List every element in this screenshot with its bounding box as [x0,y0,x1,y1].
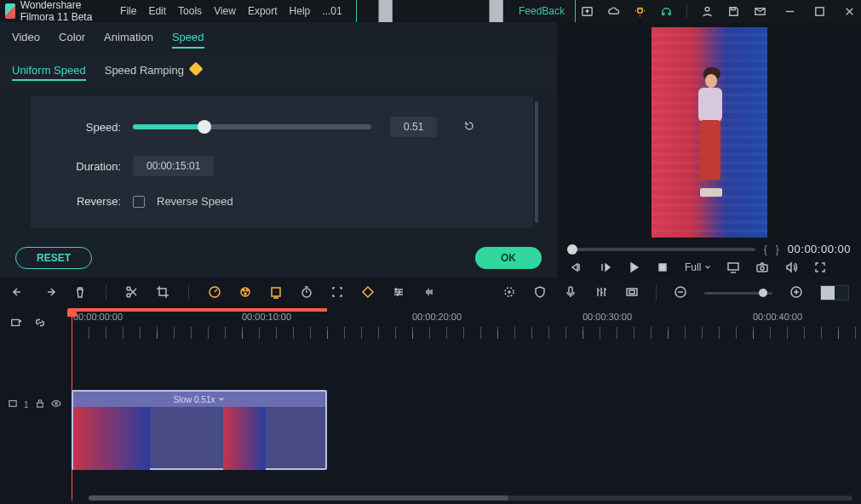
duration-tool-icon[interactable] [300,285,313,301]
split-icon[interactable] [125,285,139,301]
ruler-tick: 00:00:20:00 [412,312,462,322]
svg-point-10 [761,266,764,270]
mixer-icon[interactable] [594,285,608,301]
undo-icon[interactable] [12,285,26,301]
svg-rect-4 [732,7,736,9]
track-lock-icon[interactable] [36,399,44,410]
play-pause-icon[interactable] [598,261,611,274]
render-dropdown-icon[interactable] [726,261,740,274]
redo-icon[interactable] [43,285,56,301]
menu-help[interactable]: Help [290,5,311,17]
zoom-slider[interactable] [704,292,772,295]
menu-more[interactable]: ...01 [322,5,342,17]
timeline-ruler[interactable]: 00:00:00:00 00:00:10:00 00:00:20:00 00:0… [72,308,861,339]
fullscreen-icon[interactable] [813,261,827,274]
menu-export[interactable]: Export [248,5,278,17]
menu-tools[interactable]: Tools [178,5,202,17]
volume-icon[interactable] [784,261,798,274]
svg-point-2 [638,8,643,13]
crop-icon[interactable] [156,285,169,301]
link-icon[interactable] [34,317,46,331]
separator [686,4,687,18]
window-minimize-icon[interactable] [784,5,796,18]
ruler-tick: 00:00:40:00 [753,312,802,322]
svg-rect-22 [569,287,572,294]
svg-point-3 [705,7,709,11]
svg-point-15 [243,289,244,291]
menu-file[interactable]: File [120,5,136,17]
timeline-scrollbar[interactable] [89,495,852,501]
play-icon[interactable] [627,261,640,274]
ruler-tick: 00:00:30:00 [583,312,632,322]
reverse-checkbox[interactable] [133,196,145,208]
duration-label: Duration: [56,160,121,173]
svg-rect-28 [9,401,16,407]
feedback-label: FeedBack [519,5,565,17]
menu-view[interactable]: View [214,5,236,17]
ruler-tick: 00:00:10:00 [242,312,291,322]
account-icon[interactable] [701,5,714,18]
voiceover-icon[interactable] [564,285,577,301]
prev-frame-icon[interactable] [569,261,583,274]
add-track-icon[interactable] [10,317,22,331]
svg-rect-6 [816,7,824,14]
speed-slider[interactable] [133,124,371,129]
duration-value-input[interactable]: 00:00:15:01 [133,156,214,176]
snapshot-icon[interactable] [755,261,769,274]
keyframe-icon[interactable] [361,285,375,301]
premium-badge-icon [188,62,203,77]
mark-out-icon[interactable]: } [776,243,779,255]
subtab-uniform-speed[interactable]: Uniform Speed [12,64,86,81]
save-icon[interactable] [727,5,740,18]
track-video-icon [9,399,17,410]
svg-rect-7 [659,264,666,271]
svg-point-17 [244,293,246,295]
window-close-icon[interactable] [843,5,856,18]
marker-tool-icon[interactable] [502,285,516,301]
shield-icon[interactable] [533,285,547,301]
greenscreen-icon[interactable] [269,285,283,301]
track-index: 1 [24,400,29,410]
preview-scrubber[interactable] [567,248,755,251]
ok-button[interactable]: OK [475,247,542,269]
mail-icon[interactable] [754,5,766,18]
clip-speed-label: Slow 0.51x [174,395,215,404]
tab-speed[interactable]: Speed [172,31,204,49]
mark-in-icon[interactable]: { [764,243,767,255]
zoom-in-icon[interactable] [789,285,803,301]
cloud-icon[interactable] [607,5,620,18]
svg-rect-18 [272,288,280,296]
stop-icon[interactable] [656,261,669,274]
frame-icon[interactable] [625,285,639,301]
idea-icon[interactable] [634,5,646,18]
svg-rect-24 [629,290,634,294]
subtab-speed-ramping[interactable]: Speed Ramping [105,64,201,81]
speed-label: Speed: [56,121,121,134]
tab-color[interactable]: Color [59,31,85,49]
delete-icon[interactable] [73,285,87,301]
track-visibility-icon[interactable] [51,398,61,410]
adjust-icon[interactable] [392,285,405,301]
speed-tool-icon[interactable] [208,285,221,301]
view-toggle[interactable] [820,285,849,301]
export-icon[interactable] [581,5,594,18]
speed-value-input[interactable]: 0.51 [390,117,437,137]
preview-viewport [651,27,767,238]
color-tool-icon[interactable] [238,285,252,301]
svg-point-21 [508,291,510,293]
detect-icon[interactable] [330,285,344,301]
reset-button[interactable]: RESET [15,247,92,269]
zoom-out-icon[interactable] [674,285,687,301]
tab-animation[interactable]: Animation [104,31,153,49]
tab-video[interactable]: Video [12,31,40,49]
window-maximize-icon[interactable] [813,5,826,18]
preview-timecode: 00:00:00:00 [788,243,851,255]
quality-dropdown[interactable]: Full [685,261,711,273]
reverse-label: Reverse: [56,195,121,208]
headphones-icon[interactable] [660,5,673,18]
audio-wave-icon[interactable] [422,285,436,301]
menu-edit[interactable]: Edit [148,5,166,17]
svg-rect-29 [37,403,43,407]
timeline-clip[interactable]: Slow 0.51x video [72,390,327,470]
speed-reset-icon[interactable] [462,119,476,135]
